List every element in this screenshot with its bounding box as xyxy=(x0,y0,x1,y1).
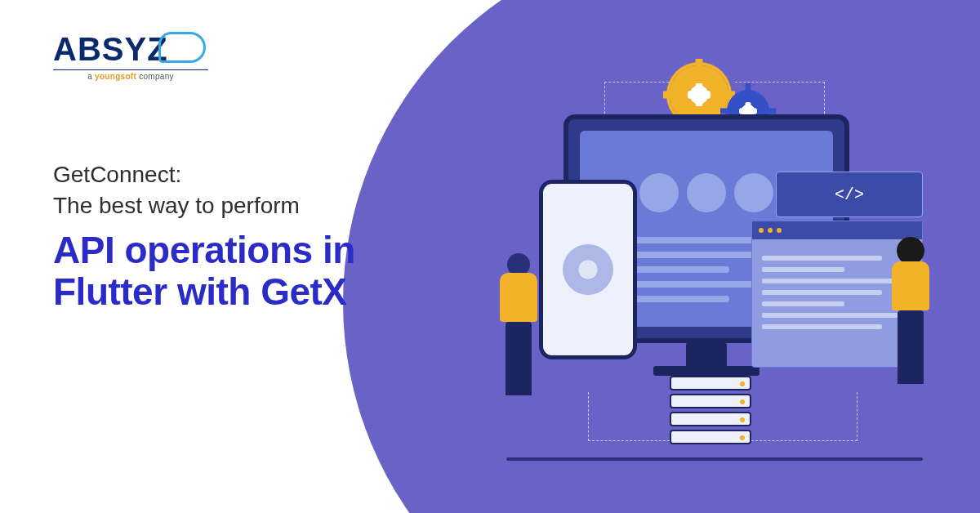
person-head xyxy=(897,237,924,265)
title-line-1: API operations in xyxy=(53,229,355,271)
window-dot xyxy=(768,228,773,233)
logo-tagline: a youngsoft company xyxy=(53,69,208,81)
page-title: API operations in Flutter with GetX xyxy=(53,230,355,314)
logo-wordmark: ABSYZ xyxy=(53,31,208,68)
person-torso xyxy=(892,261,929,310)
window-dot xyxy=(777,228,782,233)
tagline-suffix: company xyxy=(136,72,174,81)
monitor-base xyxy=(653,366,760,376)
server-stack xyxy=(670,376,751,448)
logo-text: ABSYZ xyxy=(53,31,168,68)
kicker-text: GetConnect: The best way to perform xyxy=(53,159,355,221)
cloud-icon xyxy=(158,32,206,63)
kicker-line-1: GetConnect: xyxy=(53,162,181,187)
gear-icon xyxy=(563,244,613,295)
person-legs xyxy=(898,310,924,384)
server-rack xyxy=(670,412,751,426)
kicker-line-2: The best way to perform xyxy=(53,193,300,218)
placeholder-circle xyxy=(639,173,679,212)
connector-line xyxy=(751,392,858,441)
connector-line xyxy=(588,392,670,441)
placeholder-line xyxy=(762,324,882,329)
hero-illustration: </> xyxy=(457,49,947,474)
tagline-prefix: a xyxy=(87,72,95,81)
code-icon: </> xyxy=(835,185,864,204)
placeholder-line xyxy=(762,267,844,272)
phone-graphic xyxy=(539,180,637,359)
person-torso xyxy=(500,273,537,322)
placeholder-circle xyxy=(687,173,726,212)
person-graphic xyxy=(490,253,547,395)
floor-line xyxy=(506,457,923,461)
monitor-stand xyxy=(686,343,727,368)
person-legs xyxy=(506,322,532,395)
placeholder-circle xyxy=(734,173,773,212)
tagline-accent: youngsoft xyxy=(95,72,136,81)
code-panel: </> xyxy=(776,172,923,217)
server-rack xyxy=(670,430,751,444)
placeholder-line xyxy=(762,301,844,306)
headline-block: GetConnect: The best way to perform API … xyxy=(53,159,355,314)
placeholder-line xyxy=(762,256,882,261)
placeholder-line xyxy=(762,290,882,295)
server-rack xyxy=(670,376,751,390)
window-dot xyxy=(759,228,764,233)
company-logo: ABSYZ a youngsoft company xyxy=(53,31,208,81)
title-line-2: Flutter with GetX xyxy=(53,270,347,313)
person-graphic xyxy=(882,237,939,384)
server-rack xyxy=(670,394,751,408)
